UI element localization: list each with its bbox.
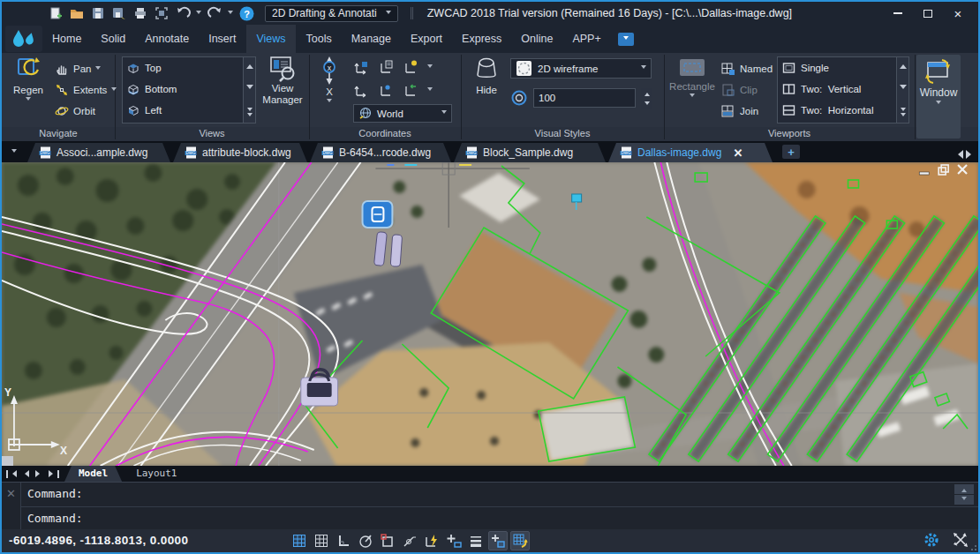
ucs-world-axes-icon[interactable]	[353, 82, 369, 98]
viewport-two-vertical[interactable]: Two: Vertical	[778, 79, 908, 100]
grid-toggle-icon[interactable]	[312, 531, 331, 550]
annotation-scale-toggle-icon[interactable]	[510, 531, 530, 550]
tab-express[interactable]: Express	[462, 25, 501, 53]
command-close-icon[interactable]: ✕	[6, 487, 16, 500]
hide-button[interactable]: Hide	[468, 56, 505, 124]
tab-annotate[interactable]: Annotate	[145, 25, 189, 53]
viewport-named-button[interactable]: Named	[720, 60, 773, 78]
viewport-clip-button[interactable]: Clip	[720, 81, 758, 99]
dynamic-ucs-toggle-icon[interactable]	[444, 531, 464, 550]
vp-scale-input[interactable]: 100	[533, 88, 636, 108]
tab-insert[interactable]: Insert	[208, 25, 236, 53]
tab-online[interactable]: Online	[521, 25, 553, 53]
doc-minimize-icon[interactable]	[919, 172, 929, 175]
tab-solid[interactable]: Solid	[101, 25, 125, 53]
extents-button[interactable]: Extents	[55, 81, 117, 99]
doc-tab-2[interactable]: DWG attribute-block.dwg	[173, 143, 307, 162]
orbit-button[interactable]: Orbit	[55, 102, 95, 120]
plot-preview-icon[interactable]	[154, 5, 170, 21]
view-item-left[interactable]: Left	[123, 100, 255, 121]
osnap-toggle-icon[interactable]	[378, 531, 397, 550]
prev-layout-icon[interactable]	[19, 468, 31, 480]
command-scroll-up-icon[interactable]	[954, 484, 974, 494]
tab-app-plus[interactable]: APP+	[572, 25, 600, 53]
pan-button[interactable]: Pan	[55, 60, 101, 78]
view-manager-button[interactable]: View Manager	[260, 56, 305, 124]
ucs-x-button[interactable]: x X	[313, 56, 346, 124]
doc-tab-3[interactable]: DWG B-6454...rcode.dwg	[310, 143, 451, 162]
command-input[interactable]: Command:	[27, 512, 83, 525]
redo-icon[interactable]	[207, 5, 222, 21]
scale-spin-up[interactable]	[641, 88, 652, 98]
close-tab-icon[interactable]: ✕	[733, 146, 743, 160]
layout1-tab[interactable]: Layout1	[122, 466, 191, 482]
ucs-previous-icon[interactable]	[403, 59, 418, 75]
minimize-button[interactable]	[885, 4, 911, 22]
doc-tab-4[interactable]: DWG Block_Sample.dwg	[454, 143, 606, 162]
otrack-toggle-icon[interactable]	[400, 531, 419, 550]
print-icon[interactable]	[132, 5, 148, 21]
scroll-tabs-left-icon[interactable]	[954, 150, 963, 159]
resize-grip[interactable]	[969, 543, 976, 550]
scroll-down-icon[interactable]	[900, 85, 907, 93]
horizontal-scrollbar[interactable]	[2, 456, 13, 466]
ucs-named-icon[interactable]	[378, 59, 394, 75]
new-tab-button[interactable]: +	[782, 145, 800, 159]
workspace-select[interactable]: 2D Drafting & Annotati	[265, 5, 398, 22]
visual-style-select[interactable]: 2D wireframe	[510, 58, 652, 79]
image-reference-icon[interactable]	[363, 201, 393, 228]
redo-dropdown-icon[interactable]	[228, 11, 233, 17]
new-file-icon[interactable]	[48, 5, 64, 21]
doc-tab-1[interactable]: DWG Associ...ample.dwg	[27, 143, 170, 162]
undo-dropdown-icon[interactable]	[196, 11, 201, 17]
viewport-single[interactable]: Single	[778, 57, 908, 79]
tab-views[interactable]: Views	[246, 25, 295, 53]
ortho-toggle-icon[interactable]	[334, 531, 353, 550]
tab-list-menu-button[interactable]	[6, 146, 22, 159]
command-scroll-down-icon[interactable]	[954, 495, 974, 505]
ucs-row1-dropdown-icon[interactable]	[427, 64, 433, 71]
maximize-button[interactable]	[915, 4, 941, 22]
polar-toggle-icon[interactable]	[356, 531, 375, 550]
scroll-up-icon[interactable]	[246, 61, 253, 69]
doc-tab-dallas-active[interactable]: DWG Dallas-image.dwg ✕	[608, 143, 773, 162]
scroll-page-down-icon[interactable]	[247, 109, 253, 119]
snap-toggle-icon[interactable]	[290, 531, 309, 550]
fullscreen-icon[interactable]	[952, 531, 969, 551]
scroll-tabs-right-icon[interactable]	[966, 150, 976, 159]
close-button[interactable]: ×	[945, 4, 971, 22]
model-tab[interactable]: Model	[64, 466, 122, 482]
ucs-select[interactable]: World	[353, 104, 452, 123]
selection-cycling-toggle-icon[interactable]	[488, 531, 508, 550]
help-icon[interactable]: ?	[238, 5, 254, 21]
regen-button[interactable]: Regen	[7, 56, 49, 124]
viewport-two-horizontal[interactable]: Two: Horizontal	[778, 100, 908, 121]
view-item-bottom[interactable]: Bottom	[123, 79, 255, 100]
zwcad-logo-icon[interactable]	[5, 26, 42, 52]
viewport-rectangle-button[interactable]: Rectangle	[669, 56, 715, 124]
settings-gear-icon[interactable]	[922, 530, 941, 552]
next-layout-icon[interactable]	[34, 468, 45, 480]
tab-home[interactable]: Home	[52, 25, 81, 53]
ucs-row2-dropdown-icon[interactable]	[427, 87, 433, 94]
first-layout-icon[interactable]	[5, 468, 17, 480]
scroll-down-icon[interactable]	[246, 85, 253, 93]
ucs-object-icon[interactable]	[378, 82, 394, 98]
scale-spin-down[interactable]	[641, 100, 652, 109]
ribbon-overflow-button[interactable]	[618, 33, 634, 46]
lineweight-toggle-icon[interactable]	[466, 531, 486, 550]
tab-export[interactable]: Export	[411, 25, 442, 53]
tab-tools[interactable]: Tools	[306, 25, 332, 53]
scroll-page-down-icon[interactable]	[901, 109, 906, 119]
ucs-origin-icon[interactable]	[353, 59, 369, 75]
dynamic-input-toggle-icon[interactable]	[422, 531, 441, 550]
save-as-icon[interactable]	[111, 5, 127, 21]
tab-manage[interactable]: Manage	[351, 25, 391, 53]
viewport-join-button[interactable]: Join	[720, 102, 758, 120]
drawing-viewport[interactable]: Y X	[2, 162, 978, 466]
last-layout-icon[interactable]	[48, 468, 59, 480]
window-button[interactable]: Window	[916, 55, 961, 138]
open-folder-icon[interactable]	[69, 5, 85, 21]
undo-icon[interactable]	[175, 5, 191, 21]
save-icon[interactable]	[90, 5, 106, 21]
